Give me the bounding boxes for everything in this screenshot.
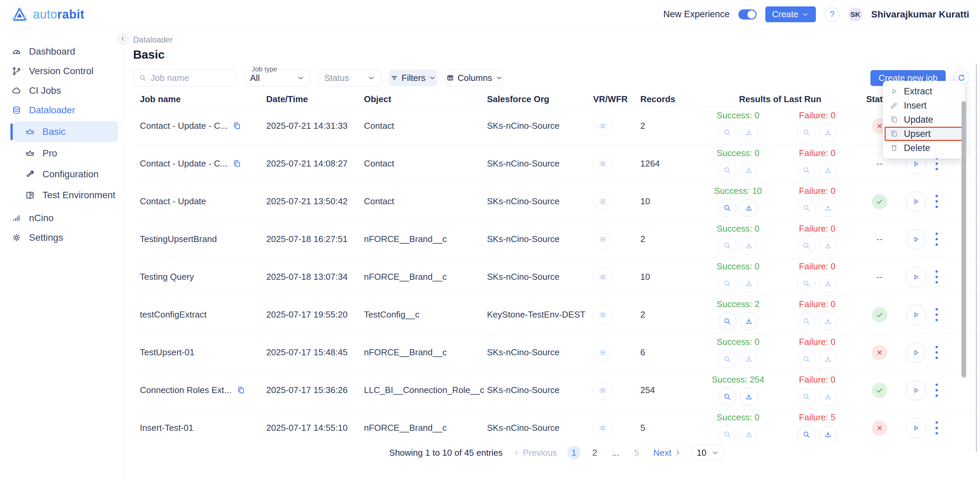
new-experience-toggle[interactable] xyxy=(738,10,757,19)
avatar[interactable]: SK xyxy=(848,7,862,22)
vr-wfr-button[interactable] xyxy=(593,343,612,362)
failure-download-button[interactable] xyxy=(819,274,837,293)
failure-view-button[interactable] xyxy=(797,123,816,142)
create-button[interactable]: Create xyxy=(765,6,816,22)
page-size-select[interactable]: 10 xyxy=(692,445,724,461)
failure-download-button[interactable] xyxy=(819,161,837,179)
success-download-button[interactable] xyxy=(740,350,758,368)
success-download-button[interactable] xyxy=(740,123,758,142)
success-view-button[interactable] xyxy=(718,237,737,255)
row-menu-button[interactable] xyxy=(934,419,940,437)
page-number-5[interactable]: 5 xyxy=(630,446,643,459)
success-view-button[interactable] xyxy=(718,350,737,368)
copy-job-button[interactable] xyxy=(232,121,242,131)
copy-job-button[interactable] xyxy=(232,159,242,169)
run-job-button[interactable] xyxy=(906,305,926,325)
run-job-button[interactable] xyxy=(906,418,926,438)
run-job-button[interactable] xyxy=(906,229,926,249)
menu-item-insert[interactable]: Insert xyxy=(883,99,964,113)
failure-view-button[interactable] xyxy=(797,426,816,442)
job-name[interactable]: TestingUpsertBrand xyxy=(140,234,217,244)
status-select[interactable]: Status xyxy=(318,69,381,86)
row-menu-button[interactable] xyxy=(934,231,940,248)
failure-view-button[interactable] xyxy=(797,237,816,255)
filters-button[interactable]: Filters xyxy=(389,69,437,86)
success-view-button[interactable] xyxy=(718,312,737,330)
columns-button[interactable]: Columns xyxy=(445,69,504,86)
page-number-dotdotdot[interactable]: ... xyxy=(609,446,622,459)
job-name[interactable]: testConfigExtract xyxy=(140,309,207,320)
row-menu-button[interactable] xyxy=(934,306,940,323)
job-name-search[interactable] xyxy=(133,69,236,86)
job-name[interactable]: Contact - Update xyxy=(140,196,206,207)
row-menu-button[interactable] xyxy=(934,344,940,361)
failure-view-button[interactable] xyxy=(797,199,816,217)
success-download-button[interactable] xyxy=(740,161,758,179)
menu-item-delete[interactable]: Delete xyxy=(883,141,964,155)
copy-job-button[interactable] xyxy=(236,386,246,395)
job-name[interactable]: Contact - Update - C... xyxy=(140,121,228,131)
success-download-button[interactable] xyxy=(740,237,758,255)
success-view-button[interactable] xyxy=(718,123,737,142)
sidebar-item-basic[interactable]: Basic xyxy=(13,121,118,142)
page-number-2[interactable]: 2 xyxy=(588,446,601,459)
menu-item-upsert[interactable]: Upsert xyxy=(885,127,963,141)
row-menu-button[interactable] xyxy=(934,381,940,399)
job-name-input[interactable] xyxy=(151,73,231,83)
failure-download-button[interactable] xyxy=(819,312,837,330)
vr-wfr-button[interactable] xyxy=(593,230,612,249)
sidebar-item-dataloader[interactable]: Dataloader xyxy=(0,100,123,120)
failure-download-button[interactable] xyxy=(819,199,837,217)
success-view-button[interactable] xyxy=(718,388,737,406)
vr-wfr-button[interactable] xyxy=(593,305,612,324)
previous-page-button[interactable]: Previous xyxy=(513,448,557,458)
sidebar-item-test-environment[interactable]: Test Environment xyxy=(13,185,118,205)
next-page-button[interactable]: Next xyxy=(654,448,681,458)
job-name[interactable]: TestUpsert-01 xyxy=(140,347,194,358)
failure-download-button[interactable] xyxy=(819,426,837,442)
help-button[interactable]: ? xyxy=(825,7,840,22)
job-name[interactable]: Insert-Test-01 xyxy=(140,423,193,433)
success-download-button[interactable] xyxy=(740,199,758,217)
run-job-button[interactable] xyxy=(906,267,926,287)
vr-wfr-button[interactable] xyxy=(593,192,612,211)
success-download-button[interactable] xyxy=(740,312,758,330)
job-name[interactable]: Testing Query xyxy=(140,272,194,282)
menu-item-extract[interactable]: Extract xyxy=(883,84,964,99)
run-job-button[interactable] xyxy=(906,191,926,212)
success-view-button[interactable] xyxy=(718,426,737,442)
vr-wfr-button[interactable] xyxy=(593,381,612,400)
success-download-button[interactable] xyxy=(740,388,758,406)
success-download-button[interactable] xyxy=(740,426,758,442)
success-view-button[interactable] xyxy=(718,199,737,217)
vr-wfr-button[interactable] xyxy=(593,268,612,287)
failure-view-button[interactable] xyxy=(797,350,816,368)
table-scrollbar-thumb[interactable] xyxy=(961,101,966,378)
success-view-button[interactable] xyxy=(718,274,737,293)
sidebar-item-dashboard[interactable]: Dashboard xyxy=(0,42,123,61)
job-name[interactable]: Contact - Update - C... xyxy=(140,158,228,169)
vr-wfr-button[interactable] xyxy=(593,155,612,173)
failure-view-button[interactable] xyxy=(797,274,816,293)
vr-wfr-button[interactable] xyxy=(593,419,612,437)
sidebar-item-ncino[interactable]: nCino xyxy=(0,208,123,228)
job-name[interactable]: Connection Roles Ext... xyxy=(140,385,232,395)
sidebar-item-configuration[interactable]: Configuration xyxy=(13,164,118,184)
page-number-1[interactable]: 1 xyxy=(567,446,581,459)
failure-download-button[interactable] xyxy=(819,123,837,142)
failure-download-button[interactable] xyxy=(819,237,837,255)
run-job-button[interactable] xyxy=(906,380,926,400)
row-menu-button[interactable] xyxy=(934,268,940,285)
sidebar-item-version-control[interactable]: Version Control xyxy=(0,61,123,81)
vr-wfr-button[interactable] xyxy=(593,116,612,136)
failure-view-button[interactable] xyxy=(797,312,816,330)
failure-view-button[interactable] xyxy=(797,161,816,179)
job-type-select[interactable]: Job type All xyxy=(244,69,310,86)
success-download-button[interactable] xyxy=(740,274,758,293)
sidebar-item-settings[interactable]: Settings xyxy=(0,228,123,247)
menu-item-update[interactable]: Update xyxy=(883,113,964,127)
sidebar-item-ci-jobs[interactable]: CI Jobs xyxy=(0,81,123,100)
row-menu-button[interactable] xyxy=(934,193,940,210)
failure-view-button[interactable] xyxy=(797,388,816,406)
failure-download-button[interactable] xyxy=(819,388,837,406)
